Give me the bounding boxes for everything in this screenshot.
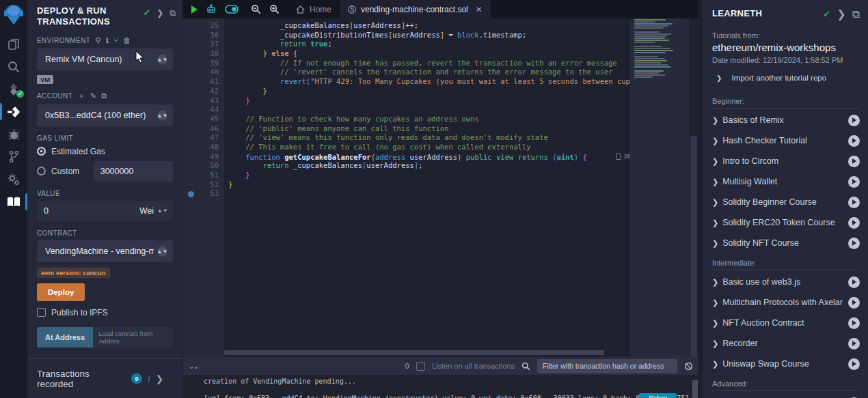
debugger-icon[interactable] bbox=[0, 123, 27, 145]
learneth-expand-icon[interactable]: ❯ bbox=[837, 8, 845, 20]
search-icon[interactable] bbox=[0, 55, 27, 78]
tutorial-item[interactable]: ❯Uniswap Swap Course bbox=[712, 354, 860, 374]
ai-assistant-icon[interactable] bbox=[206, 4, 217, 14]
sign-message-icon[interactable]: ✎ bbox=[90, 91, 97, 100]
code-line[interactable]: 49 function getCupcakeBalanceFor(address… bbox=[183, 152, 630, 162]
publish-ipfs-checkbox[interactable] bbox=[37, 308, 46, 317]
delete-icon[interactable]: 🗑 bbox=[123, 36, 131, 44]
environment-select[interactable]: Remix VM (Cancun) ▲▼ bbox=[37, 48, 173, 70]
play-tutorial-button[interactable] bbox=[848, 197, 860, 208]
code-line[interactable]: 40 // 'revert' cancels the transaction a… bbox=[183, 68, 630, 77]
tutorial-item[interactable]: ❯Solidity ERC20 Token Course bbox=[712, 212, 860, 233]
close-tab-icon[interactable]: ✕ bbox=[476, 5, 483, 14]
plugin-manager-icon[interactable] bbox=[0, 168, 27, 190]
code-line[interactable]: 35 _cupcakeBalances[userAddress]++; bbox=[183, 21, 630, 31]
terminal-search-icon[interactable] bbox=[521, 362, 530, 371]
tutorial-item[interactable]: ❯Basics of Remix bbox=[712, 110, 860, 130]
breakpoint-icon[interactable] bbox=[188, 191, 194, 197]
code-line[interactable]: 39 // If not enough time has passed, rev… bbox=[183, 59, 630, 68]
code-line[interactable]: 47 // 'view' means this function only re… bbox=[183, 133, 630, 143]
panel-expand-icon[interactable]: ❯ bbox=[157, 8, 163, 18]
code-line[interactable]: 52} bbox=[183, 180, 630, 190]
tutorial-item[interactable]: ❯Multisig Wallet bbox=[712, 171, 860, 192]
play-tutorial-button[interactable] bbox=[848, 176, 860, 188]
copy-icon[interactable]: ⧉ bbox=[101, 91, 107, 100]
play-tutorial-button[interactable] bbox=[848, 358, 860, 370]
editor-hscrollbar[interactable] bbox=[224, 350, 604, 355]
code-line[interactable]: 36 _cupcakeDistributionTimes[userAddress… bbox=[183, 31, 630, 40]
code-line[interactable]: 44 bbox=[183, 105, 630, 115]
learneth-pin-icon[interactable]: ⧉ bbox=[852, 8, 860, 20]
estimated-gas-radio[interactable]: Estimated Gas bbox=[37, 143, 173, 160]
code-line[interactable]: 43 } bbox=[183, 96, 630, 106]
clear-console-icon[interactable] bbox=[684, 362, 693, 371]
at-address-input[interactable]: Load contract from Addres bbox=[93, 327, 173, 347]
tutorial-item[interactable]: ❯Solidity NFT Course bbox=[712, 233, 860, 253]
tab-home[interactable]: Home bbox=[288, 0, 340, 18]
code-editor[interactable]: 35 _cupcakeBalances[userAddress]++;36 _c… bbox=[183, 18, 699, 357]
at-address-button[interactable]: At Address bbox=[37, 327, 93, 347]
code-line[interactable]: 50 return _cupcakeBalances[userAddress]; bbox=[183, 161, 630, 171]
run-script-icon[interactable] bbox=[191, 5, 198, 14]
code-line[interactable]: 37 return true; bbox=[183, 40, 630, 49]
publish-ipfs-row[interactable]: Publish to IPFS bbox=[37, 308, 173, 317]
import-tutorial-repo[interactable]: ❯ Import another tutorial repo bbox=[712, 74, 860, 82]
deploy-button[interactable]: Deploy bbox=[37, 283, 85, 301]
plug-icon[interactable]: ⚲ bbox=[95, 36, 100, 45]
custom-gas-radio[interactable]: Custom bbox=[37, 163, 88, 180]
tab-vending-machine-contract[interactable]: S vending-machine-contract.sol ✕ bbox=[340, 0, 491, 18]
tutorial-item[interactable]: ❯Solidity Beginner Course bbox=[712, 192, 860, 212]
debug-button[interactable]: Debug bbox=[639, 393, 677, 398]
play-tutorial-button[interactable] bbox=[848, 276, 860, 288]
chevron-right-icon[interactable]: ❯ bbox=[156, 373, 163, 384]
custom-gas-input[interactable]: 3000000 bbox=[94, 161, 173, 182]
editor-vscrollbar[interactable] bbox=[689, 18, 699, 357]
git-icon[interactable] bbox=[0, 145, 27, 168]
ai-toggle-icon[interactable] bbox=[225, 5, 239, 14]
play-tutorial-button[interactable] bbox=[848, 115, 860, 126]
info-icon[interactable]: ℹ bbox=[106, 36, 109, 45]
play-tutorial-button[interactable] bbox=[848, 238, 860, 249]
code-line[interactable]: 38 } else { bbox=[183, 49, 630, 59]
listen-transactions-checkbox[interactable] bbox=[416, 362, 425, 371]
editor-minimap[interactable] bbox=[630, 18, 689, 357]
play-tutorial-button[interactable] bbox=[848, 338, 860, 350]
remix-logo[interactable] bbox=[3, 4, 24, 26]
code-line[interactable]: 48 // This makes it free to call (no gas… bbox=[183, 143, 630, 152]
zoom-in-icon[interactable] bbox=[269, 4, 280, 14]
zoom-out-icon[interactable] bbox=[251, 4, 261, 14]
add-account-icon[interactable]: ＋ bbox=[77, 91, 85, 101]
tutorial-item[interactable]: ❯Multichain Protocols with Axelar bbox=[712, 292, 860, 313]
transactions-recorded-section[interactable]: Transactions recorded 0 i ❯ bbox=[27, 358, 182, 398]
play-tutorial-button[interactable] bbox=[848, 156, 860, 167]
info-icon[interactable]: i bbox=[148, 373, 150, 384]
terminal-content[interactable]: creation of VendingMachine pending... [v… bbox=[183, 375, 699, 398]
tutorial-item[interactable]: ❯Intro to Circom bbox=[712, 151, 860, 171]
account-select[interactable]: 0x5B3...eddC4 (100 ether) ▲▼ bbox=[37, 104, 173, 126]
play-tutorial-button[interactable] bbox=[848, 217, 860, 229]
tutorial-item[interactable]: ❯Hash Checker Tutorial bbox=[712, 130, 860, 151]
play-tutorial-button[interactable] bbox=[848, 317, 860, 329]
fork-icon[interactable]: ⑂ bbox=[113, 36, 118, 44]
play-tutorial-button[interactable] bbox=[848, 297, 860, 309]
deploy-run-icon[interactable] bbox=[0, 100, 27, 123]
tutorial-item[interactable]: ❯Recorder bbox=[712, 333, 860, 354]
code-line[interactable]: 51 } bbox=[183, 171, 630, 180]
terminal-scrollbar[interactable] bbox=[692, 380, 698, 398]
value-input[interactable]: 0 bbox=[37, 201, 135, 221]
panel-pin-icon[interactable]: ⧉ bbox=[169, 8, 176, 18]
code-line[interactable]: 42 } bbox=[183, 87, 630, 96]
code-line[interactable]: 45 // Function to check how many cupcake… bbox=[183, 115, 630, 124]
code-line[interactable]: 53 bbox=[183, 189, 630, 199]
solidity-compiler-icon[interactable]: ✓ bbox=[0, 78, 27, 100]
contract-select[interactable]: VendingMachine - vending-machin ▲▼ bbox=[37, 240, 173, 262]
value-unit-select[interactable]: Wei ▲▼ bbox=[135, 201, 173, 221]
terminal-filter-input[interactable]: Filter with transaction hash or address bbox=[537, 359, 677, 373]
learneth-icon[interactable] bbox=[0, 190, 27, 213]
tutorial-item[interactable]: ❯All about Proxy Contracts bbox=[712, 393, 860, 398]
code-line[interactable]: 41 revert("HTTP 429: Too Many Cupcakes (… bbox=[183, 77, 630, 87]
file-explorer-icon[interactable] bbox=[0, 33, 27, 55]
code-line[interactable]: 46 // 'public' means anyone can call thi… bbox=[183, 124, 630, 134]
tutorial-item[interactable]: ❯Basic use of web3.js bbox=[712, 272, 860, 292]
tutorial-item[interactable]: ❯NFT Auction Contract bbox=[712, 313, 860, 333]
